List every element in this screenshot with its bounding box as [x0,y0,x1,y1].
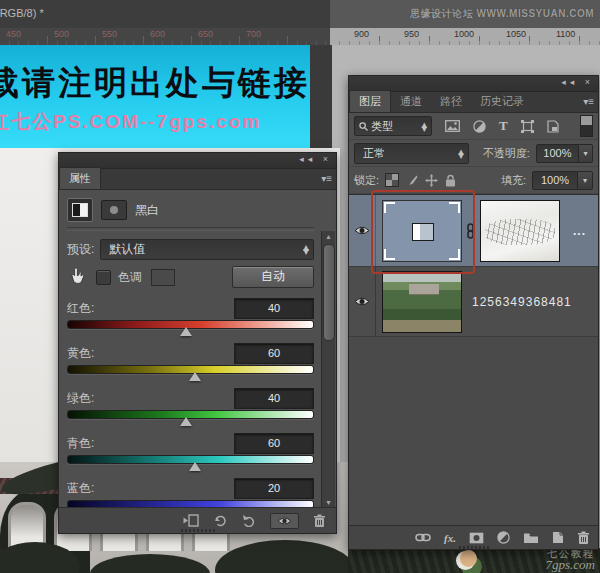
type-layers-filter-icon[interactable]: T [499,118,508,134]
new-adjustment-icon[interactable] [497,531,510,544]
collapse-panel-icon[interactable]: ◂◂ [299,154,316,164]
new-layer-icon[interactable] [552,531,564,544]
properties-scrollbar[interactable]: ▲ ▼ [321,231,335,508]
photo-strip-bottom: 七公教程 7gps.com [348,548,600,573]
layers-panel: ◂◂ × 图层 通道 路径 历史记录 ▾≡ 类型 ▴▾ T [348,75,599,550]
spinner-arrows-icon: ▴▾ [421,122,429,131]
layer-mask-thumbnail[interactable] [480,200,560,262]
targeted-adjustment-hand-icon[interactable] [67,266,89,288]
lock-paint-brush-icon[interactable] [406,174,418,186]
link-layers-icon[interactable] [415,533,431,542]
layer-row-adjustment[interactable]: ... [349,195,598,267]
slider-label: 蓝色: [67,480,94,497]
opacity-value-field[interactable]: 100% [536,144,579,163]
slider-thumb[interactable] [189,462,201,471]
panel-resize-grip[interactable] [459,546,489,549]
preset-select[interactable]: 默认值 ▴▾ [100,239,314,260]
slider-value-field[interactable]: 20 [234,478,314,499]
new-group-icon[interactable] [523,532,539,544]
layer-name[interactable]: ... [573,224,598,238]
fill-value-field[interactable]: 100% [532,171,578,190]
canvas-banner[interactable]: 载请注明出处与链接 红七公PS.COM--7gps.com [0,45,310,148]
slider-label: 红色: [67,300,94,317]
slider-value-field[interactable]: 40 [234,388,314,409]
filter-type-select[interactable]: 类型 ▴▾ [354,116,432,136]
tab-properties[interactable]: 属性 [59,167,101,189]
tab-history[interactable]: 历史记录 [471,91,533,112]
slider-value-field[interactable]: 60 [234,343,314,364]
close-panel-icon[interactable]: × [585,77,594,87]
slider-thumb[interactable] [180,417,192,426]
scroll-down-icon[interactable]: ▼ [322,499,335,506]
slider-thumb[interactable] [189,372,201,381]
image-layer-thumbnail[interactable] [382,271,462,333]
tint-checkbox[interactable] [96,270,111,285]
preset-label: 预设: [67,241,94,258]
tab-layers[interactable]: 图层 [349,90,391,112]
spinner-arrows-icon: ▴▾ [458,149,466,158]
panel-menu-icon[interactable]: ▾≡ [321,173,332,184]
panel-menu-icon[interactable]: ▾≡ [583,96,594,107]
reset-adjustment-icon[interactable] [213,514,228,527]
slider-value-field[interactable]: 40 [234,298,314,319]
close-panel-icon[interactable]: × [323,154,332,164]
undo-icon[interactable] [242,514,256,527]
delete-adjustment-icon[interactable] [313,514,326,528]
lock-all-icon[interactable] [445,174,456,187]
filter-type-label: 类型 [371,119,393,134]
ruler-tick: 950 [404,29,419,39]
auto-button[interactable]: 自动 [232,266,314,288]
layer-row-background[interactable]: 1256349368481 [349,267,598,337]
scroll-up-icon[interactable]: ▲ [322,233,335,240]
slider-green: 绿色: 40 [67,388,314,426]
black-white-adjustment-icon[interactable] [67,198,93,222]
horizontal-ruler-right: 900 950 1000 1050 1100 [330,28,600,45]
preset-row: 预设: 默认值 ▴▾ [67,237,314,261]
lock-row: 锁定: 填充: 100% ▾ [349,167,598,194]
filter-toggle[interactable] [580,115,593,137]
lock-move-icon[interactable] [425,174,438,187]
slider-value-field[interactable]: 60 [234,433,314,454]
photoshop-window: (RGB/8) * 思缘设计论坛 WWW.MISSYUAN.COM 450 50… [0,0,600,573]
tab-channels[interactable]: 通道 [391,91,431,112]
smart-object-filter-icon[interactable] [547,120,559,133]
layer-visibility-eye-icon[interactable] [349,267,376,336]
slider-red: 红色: 40 [67,298,314,336]
collapse-panel-icon[interactable]: ◂◂ [561,77,578,87]
lock-label: 锁定: [354,173,379,188]
delete-layer-icon[interactable] [577,531,590,545]
tint-label: 色调 [118,269,142,286]
site-watermark: 思缘设计论坛 WWW.MISSYUAN.COM [410,7,594,21]
tint-color-swatch[interactable] [151,269,175,286]
clip-to-layer-icon[interactable] [183,514,199,527]
panel-resize-grip[interactable] [181,529,215,532]
blend-mode-value: 正常 [363,146,385,161]
add-mask-icon[interactable] [469,532,484,544]
tab-paths[interactable]: 路径 [431,91,471,112]
lock-transparency-icon[interactable] [385,173,399,187]
adjustment-layer-thumbnail[interactable] [382,200,462,262]
layer-style-fx-icon[interactable]: fx. [444,532,456,544]
top-strip: 思缘设计论坛 WWW.MISSYUAN.COM [330,0,600,28]
ruler-tick: 450 [6,29,21,39]
opacity-dropdown-icon[interactable]: ▾ [579,144,593,163]
pixel-layers-filter-icon[interactable] [445,120,460,132]
document-titlebar: (RGB/8) * [0,0,330,29]
scrollbar-thumb[interactable] [323,244,335,341]
adjustment-layers-filter-icon[interactable] [473,120,486,133]
blend-mode-select[interactable]: 正常 ▴▾ [354,143,469,164]
slider-thumb[interactable] [180,327,192,336]
layer-name[interactable]: 1256349368481 [472,295,572,309]
shape-layers-filter-icon[interactable] [521,120,534,133]
slider-cyan: 青色: 60 [67,433,314,471]
fill-dropdown-icon[interactable]: ▾ [578,171,593,190]
mask-link-icon[interactable] [465,223,476,239]
banner-subtext: 红七公PS.COM--7gps.com [0,109,261,135]
layer-visibility-eye-icon[interactable] [349,195,376,266]
properties-panel: ◂◂ × 属性 ▾≡ 黑白 预设: 默认值 ▴▾ [58,152,337,534]
horizontal-ruler-left: 450 500 550 600 650 700 [0,28,330,45]
ruler-tick: 1050 [506,29,526,39]
layer-mask-icon[interactable] [101,200,127,220]
visibility-eye-icon[interactable] [270,513,299,529]
ruler-tick: 700 [246,29,261,39]
